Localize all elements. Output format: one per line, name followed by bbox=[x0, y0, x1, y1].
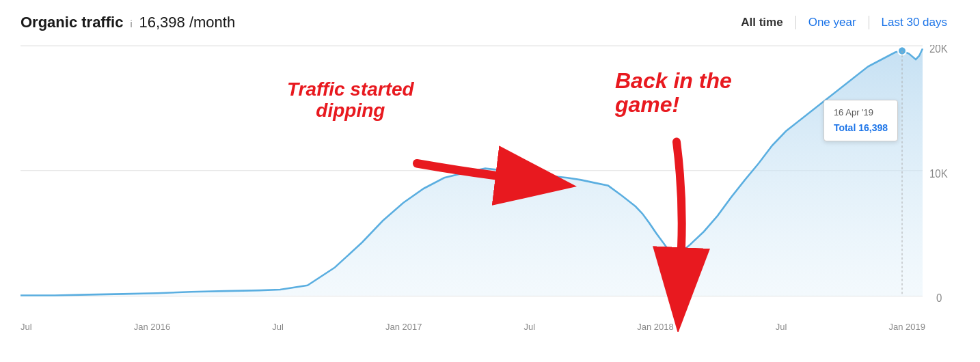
svg-text:20K: 20K bbox=[929, 45, 948, 55]
svg-text:10K: 10K bbox=[929, 168, 948, 180]
svg-text:0: 0 bbox=[936, 292, 942, 304]
x-label-2: Jul bbox=[272, 322, 284, 332]
chart-area: 20K 10K 0 bbox=[21, 45, 959, 332]
header-left: Organic traffic i 16,398 /month bbox=[21, 14, 235, 31]
metric-value: 16,398 /month bbox=[139, 14, 236, 31]
x-label-0: Jul bbox=[21, 322, 32, 332]
x-label-4: Jul bbox=[524, 322, 536, 332]
chart-svg: 20K 10K 0 bbox=[21, 45, 959, 332]
x-label-6: Jul bbox=[776, 322, 787, 332]
page-container: Organic traffic i 16,398 /month All time… bbox=[0, 0, 980, 362]
filter-one-year[interactable]: One year bbox=[795, 16, 869, 29]
x-axis-labels: Jul Jan 2016 Jul Jan 2017 Jul Jan 2018 J… bbox=[21, 322, 925, 332]
time-filters: All time One year Last 30 days bbox=[729, 16, 959, 29]
page-title: Organic traffic bbox=[21, 14, 123, 31]
chart-area-fill bbox=[21, 48, 923, 296]
x-label-5: Jan 2018 bbox=[637, 322, 674, 332]
chart-dot bbox=[898, 46, 906, 55]
filter-last-30[interactable]: Last 30 days bbox=[869, 16, 959, 29]
x-label-3: Jan 2017 bbox=[385, 322, 422, 332]
x-label-7: Jan 2019 bbox=[888, 322, 925, 332]
info-icon[interactable]: i bbox=[130, 18, 132, 29]
header: Organic traffic i 16,398 /month All time… bbox=[21, 14, 959, 31]
x-label-1: Jan 2016 bbox=[134, 322, 171, 332]
filter-all-time[interactable]: All time bbox=[729, 16, 795, 29]
